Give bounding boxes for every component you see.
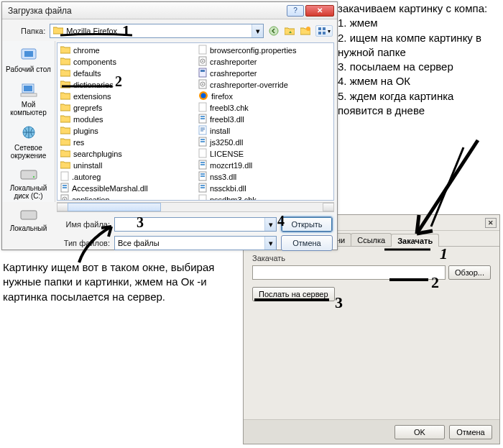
file-item[interactable]: firefox [197, 91, 332, 102]
chevron-down-icon: ▾ [264, 237, 276, 250]
file-icon [198, 79, 207, 91]
file-item[interactable]: AccessibleMarshal.dll [59, 183, 194, 194]
upload-path-input[interactable] [252, 265, 446, 280]
horizontal-scrollbar[interactable] [57, 202, 334, 212]
svg-rect-14 [21, 211, 37, 219]
file-item[interactable]: freebl3.chk [197, 102, 332, 114]
svg-rect-49 [200, 175, 205, 177]
open-button[interactable]: Открыть [281, 216, 333, 232]
file-icon [198, 148, 207, 160]
help-button[interactable]: ? [287, 5, 304, 17]
file-icon [60, 160, 70, 170]
file-item[interactable]: defaults [59, 68, 194, 79]
file-item[interactable]: install [197, 125, 332, 137]
file-item[interactable]: greprefs [59, 102, 194, 114]
file-icon [60, 80, 70, 90]
file-name: crashreporter [210, 58, 257, 66]
file-item[interactable]: crashreporter-override [197, 79, 332, 91]
svg-rect-17 [63, 185, 67, 186]
file-icon [60, 57, 70, 67]
file-name: crashreporter-override [210, 81, 288, 89]
place-desktop[interactable]: Рабочий стол [5, 44, 52, 76]
file-item[interactable]: nssdbm3.chk [197, 194, 332, 200]
file-icon [60, 149, 70, 159]
file-item[interactable]: modules [59, 114, 194, 125]
folder-combo[interactable]: Mozilla Firefox ▾ [50, 24, 264, 38]
file-name: crashreporter [210, 69, 257, 78]
up-folder-button[interactable] [284, 25, 295, 37]
dialog-titlebar[interactable]: Загрузка файла ? ✕ [2, 2, 337, 19]
svg-rect-15 [61, 172, 68, 180]
cancel-button-img[interactable]: Отмена [449, 425, 492, 439]
file-list[interactable]: chromecomponentsdefaultsdictionariesexte… [57, 42, 334, 201]
file-item[interactable]: crashreporter [197, 68, 332, 79]
file-icon [198, 125, 207, 137]
place-local[interactable]: Локальный [5, 206, 52, 235]
tab-upload[interactable]: Закачать [391, 234, 439, 247]
image-dialog-close-button[interactable]: ✕ [485, 218, 497, 228]
tab-link[interactable]: Ссылка [351, 233, 392, 246]
file-item[interactable]: crashreporter [197, 56, 332, 68]
file-icon [198, 183, 207, 194]
place-local-disk[interactable]: Локальный диск (C:) [5, 165, 52, 203]
file-item[interactable]: searchplugins [59, 148, 194, 160]
file-icon [198, 91, 208, 102]
file-item[interactable]: uninstall [59, 160, 194, 171]
file-item[interactable]: res [59, 137, 194, 148]
file-name: components [73, 58, 116, 66]
file-icon [60, 137, 70, 147]
svg-rect-45 [200, 162, 205, 163]
file-icon [60, 91, 70, 101]
file-item[interactable]: browserconfig.properties [197, 45, 332, 56]
file-icon [198, 114, 207, 125]
back-button[interactable] [268, 25, 280, 37]
svg-rect-29 [200, 70, 205, 72]
file-item[interactable]: .autoreg [59, 171, 194, 183]
file-open-dialog: Загрузка файла ? ✕ Папка: Mozilla Firefo… [1, 1, 338, 250]
file-item[interactable]: LICENSE [197, 148, 332, 160]
chevron-down-icon: ▾ [264, 218, 276, 231]
svg-rect-24 [199, 45, 206, 54]
file-item[interactable]: nssckbi.dll [197, 183, 332, 194]
help-icon: ? [293, 6, 297, 14]
file-item[interactable]: freebl3.dll [197, 114, 332, 125]
file-icon [60, 45, 70, 55]
file-icon [198, 171, 207, 183]
filetype-combo[interactable]: Все файлы ▾ [114, 236, 277, 250]
svg-point-27 [202, 60, 203, 62]
file-item[interactable]: js3250.dll [197, 137, 332, 148]
filename-input[interactable]: ▾ [114, 217, 277, 232]
scrollbar-thumb[interactable] [68, 203, 161, 211]
file-item[interactable]: plugins [59, 125, 194, 137]
file-name: mozcrt19.dll [210, 161, 252, 170]
svg-rect-53 [199, 195, 206, 200]
browse-button[interactable]: Обзор... [448, 265, 491, 280]
file-icon [198, 102, 207, 114]
svg-rect-10 [21, 93, 37, 96]
new-folder-button[interactable] [300, 25, 311, 37]
file-name: modules [73, 115, 103, 124]
file-item[interactable]: nss3.dll [197, 171, 332, 183]
place-network[interactable]: Сетевое окружение [5, 122, 52, 163]
file-name: js3250.dll [210, 138, 243, 147]
instructions-title: закачиваем картинку с компа: [338, 1, 502, 16]
svg-rect-28 [199, 68, 206, 77]
svg-point-21 [64, 198, 65, 200]
file-item[interactable]: chrome [59, 45, 194, 56]
file-name: browserconfig.properties [210, 46, 296, 55]
file-icon [60, 103, 70, 113]
place-my-computer[interactable]: Мой компьютер [5, 79, 52, 119]
ok-button[interactable]: OK [394, 425, 445, 439]
view-mode-button[interactable]: ▾ [315, 25, 333, 37]
file-name: nssckbi.dll [210, 184, 246, 193]
close-button[interactable]: ✕ [305, 5, 334, 17]
file-item[interactable]: components [59, 56, 194, 68]
file-item[interactable]: application [59, 194, 194, 200]
file-item[interactable]: dictionaries [59, 79, 194, 91]
file-item[interactable]: mozcrt19.dll [197, 160, 332, 171]
file-name: AccessibleMarshal.dll [72, 184, 148, 193]
file-item[interactable]: extensions [59, 91, 194, 102]
file-icon [60, 114, 70, 124]
cancel-button[interactable]: Отмена [281, 235, 333, 251]
send-to-server-button[interactable]: Послать на сервер [252, 287, 335, 301]
